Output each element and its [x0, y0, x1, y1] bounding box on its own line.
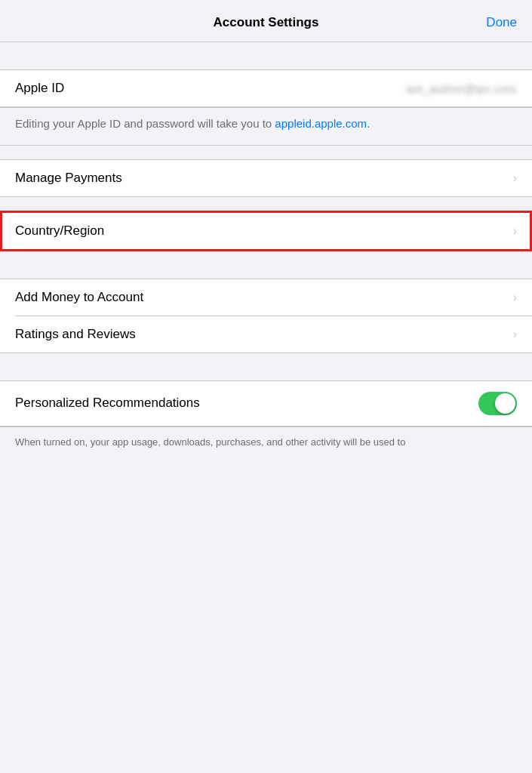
spacer-4 [0, 353, 532, 380]
money-ratings-card: Add Money to Account › Ratings and Revie… [0, 279, 532, 353]
apple-id-link[interactable]: appleid.apple.com [275, 117, 367, 130]
chevron-icon-ratings: › [513, 328, 517, 341]
footer-info: When turned on, your app usage, download… [0, 427, 532, 465]
manage-payments-label: Manage Payments [15, 171, 122, 186]
spacer-3 [0, 251, 532, 279]
info-text-after: . [367, 117, 370, 130]
page-title: Account Settings [214, 15, 319, 30]
chevron-icon: › [513, 171, 517, 185]
add-money-label: Add Money to Account [15, 290, 143, 305]
apple-id-label: Apple ID [15, 81, 64, 96]
manage-payments-row[interactable]: Manage Payments › [0, 160, 532, 196]
top-spacer [0, 42, 532, 69]
recommendations-toggle[interactable] [478, 392, 517, 415]
manage-payments-card: Manage Payments › [0, 159, 532, 197]
spacer-1 [0, 146, 532, 159]
recommendations-card: Personalized Recommendations [0, 380, 532, 427]
header: Account Settings Done [0, 0, 532, 42]
country-region-row[interactable]: Country/Region › [2, 213, 530, 249]
toggle-knob [495, 393, 515, 414]
add-money-row[interactable]: Add Money to Account › [0, 279, 532, 316]
info-text: Editing your Apple ID and password will … [15, 115, 517, 133]
apple-id-card: Apple ID ant_author@ipc.com [0, 69, 532, 107]
footer-info-text: When turned on, your app usage, download… [15, 435, 517, 450]
done-button[interactable]: Done [486, 15, 517, 30]
country-region-wrapper: Country/Region › [0, 211, 532, 251]
info-block: Editing your Apple ID and password will … [0, 107, 532, 146]
apple-id-row: Apple ID ant_author@ipc.com [0, 70, 532, 106]
chevron-icon-money: › [513, 291, 517, 304]
spacer-2 [0, 197, 532, 211]
ratings-label: Ratings and Reviews [15, 327, 136, 342]
info-text-before: Editing your Apple ID and password will … [15, 117, 275, 130]
country-region-label: Country/Region [15, 223, 104, 239]
apple-id-value: ant_author@ipc.com [406, 82, 517, 95]
recommendations-row: Personalized Recommendations [0, 381, 532, 426]
ratings-row[interactable]: Ratings and Reviews › [0, 316, 532, 353]
chevron-icon-country: › [513, 224, 517, 238]
recommendations-label: Personalized Recommendations [15, 396, 478, 411]
